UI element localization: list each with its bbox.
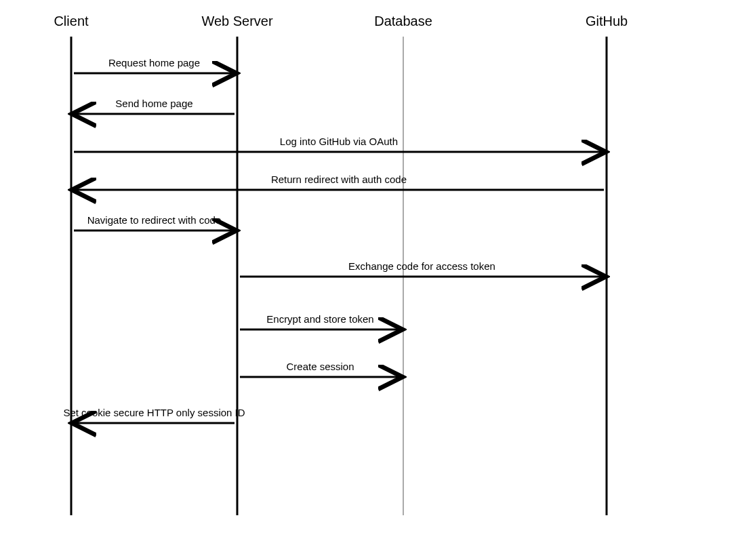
actor-label-webserver: Web Server: [201, 14, 273, 28]
actor-label-client: Client: [54, 14, 89, 28]
message-label: Return redirect with auth code: [271, 174, 407, 185]
message-label: Create session: [286, 361, 354, 372]
message-label: Request home page: [108, 57, 200, 68]
message-label: Send home page: [115, 98, 192, 109]
sequence-diagram: ClientWeb ServerDatabaseGitHubRequest ho…: [0, 0, 755, 560]
message-label: Encrypt and store token: [266, 313, 373, 325]
actor-label-github: GitHub: [586, 14, 628, 28]
message-label: Set cookie secure HTTP only session ID: [63, 407, 245, 418]
message-label: Log into GitHub via OAuth: [280, 136, 398, 147]
message-label: Exchange code for access token: [348, 260, 495, 272]
actor-label-database: Database: [374, 14, 432, 28]
message-label: Navigate to redirect with code: [87, 214, 222, 226]
